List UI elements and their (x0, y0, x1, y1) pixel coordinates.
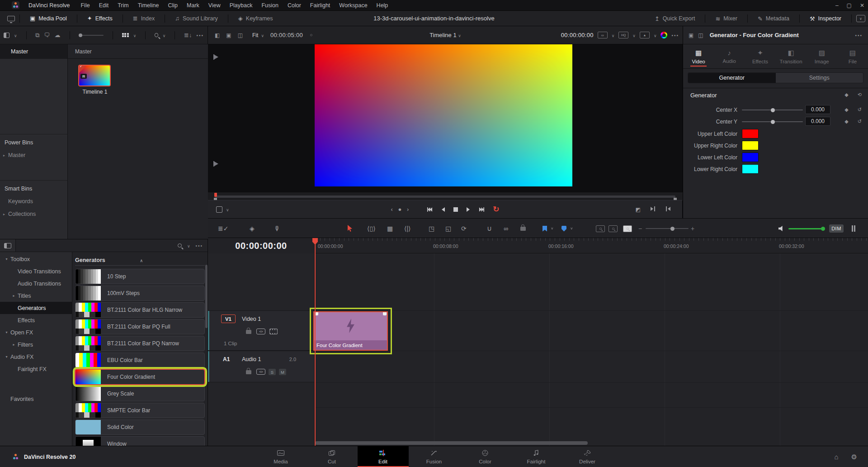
clip-handle-right[interactable] (383, 312, 387, 315)
project-home-icon[interactable]: ⌂ (834, 453, 838, 461)
inspector-tab-image[interactable]: ▨Image (807, 44, 837, 68)
timeline-end-flag-icon[interactable] (213, 161, 219, 167)
toggle-index[interactable]: ≣Index (127, 11, 160, 26)
menu-workspace[interactable]: Workspace (335, 2, 372, 9)
toggle-keyframes[interactable]: ◈Keyframes (233, 11, 278, 26)
fx-tree-video-transitions[interactable]: Video Transitions (0, 265, 72, 277)
detail-zoom-icon[interactable] (609, 219, 618, 238)
chevron-down-icon[interactable]: ▾ (3, 355, 10, 359)
menu-edit[interactable]: Edit (94, 2, 113, 9)
page-tab-media[interactable]: Media (255, 446, 307, 467)
loop-playback-icon[interactable]: ↻ (493, 205, 499, 214)
generator-four-color-gradient[interactable]: Four Color Gradient (75, 369, 205, 385)
audio-track-id[interactable]: A1 (223, 356, 230, 362)
keyframe-icon[interactable]: ◆ (844, 107, 848, 113)
fx-tree-effects[interactable]: Effects (0, 314, 72, 326)
cloud-sync-icon[interactable]: ☁ (55, 32, 61, 38)
generator-solid-color[interactable]: Solid Color (75, 419, 205, 435)
generator-bt-2111-color-bar-hlg-narrow[interactable]: BT.2111 Color Bar HLG Narrow (75, 302, 205, 318)
menu-view[interactable]: View (204, 2, 225, 9)
inspector-tab-audio[interactable]: ♪Audio (714, 44, 745, 68)
more-options-icon[interactable] (195, 243, 203, 249)
grade-bypass-select[interactable]: ▲ (640, 32, 650, 38)
inspector-tab-file[interactable]: ▤File (837, 44, 868, 68)
panel-layout-icon[interactable]: ◫ (698, 32, 703, 38)
single-viewer-icon[interactable] (7, 16, 15, 21)
grid-view-icon[interactable] (122, 33, 129, 38)
toggle-inspector[interactable]: ⚒Inspector (804, 11, 847, 26)
page-tab-cut[interactable]: Cut (307, 446, 358, 467)
solo-button[interactable]: S (269, 369, 276, 375)
timeline-scrollbar[interactable] (315, 441, 588, 445)
marker-icon[interactable] (561, 219, 566, 238)
menu-app-name[interactable]: DaVinci Resolve (24, 2, 76, 9)
play-button[interactable] (466, 207, 471, 212)
thumbnail-size-slider[interactable] (79, 35, 104, 36)
generator-smpte-color-bar[interactable]: SMPTE Color Bar (75, 403, 205, 418)
timeline-view-options-icon[interactable]: ≣✓ (218, 219, 228, 238)
generator-grey-scale[interactable]: Grey Scale (75, 386, 205, 401)
chevron-down-icon[interactable] (261, 32, 264, 38)
param-value-input[interactable]: 0.000 (805, 105, 830, 114)
generator-ebu-color-bar[interactable]: EBU Color Bar (75, 353, 205, 368)
snapping-magnet-icon[interactable]: ∪ (487, 219, 492, 238)
step-back-button[interactable] (441, 207, 445, 212)
chevron-right-icon[interactable]: ▸ (10, 343, 18, 347)
scrubber-playhead[interactable] (214, 193, 217, 197)
bin-item-master[interactable]: ▸Master (0, 152, 67, 158)
auto-select-icon[interactable]: <> (256, 329, 265, 334)
comment-icon[interactable]: 🗨 (44, 32, 50, 38)
color-swatch[interactable] (742, 141, 759, 150)
fx-tree-favorites[interactable]: Favorites (0, 393, 72, 405)
subtab-settings[interactable]: Settings (776, 73, 863, 83)
custom-zoom-icon[interactable] (623, 219, 632, 238)
more-options-icon[interactable] (855, 32, 863, 38)
auto-select-icon[interactable]: <> (256, 369, 265, 375)
effects-list-toggle-icon[interactable] (4, 243, 11, 248)
chevron-right-icon[interactable]: ▸ (0, 212, 8, 216)
menu-timeline[interactable]: Timeline (133, 2, 164, 9)
thumbnail-view-icon[interactable]: ▣ (689, 32, 693, 38)
position-lock-icon[interactable] (520, 219, 526, 238)
resolution-select[interactable]: ▭ (598, 32, 608, 38)
toggle-effects[interactable]: ✦Effects (82, 11, 118, 26)
effects-overlay-icon[interactable]: ◈ (250, 219, 255, 238)
menu-playback[interactable]: Playback (225, 2, 257, 9)
chevron-down-icon[interactable] (654, 32, 657, 38)
more-options-icon[interactable] (671, 32, 679, 38)
subtab-generator[interactable]: Generator (688, 73, 776, 83)
chevron-right-icon[interactable]: ▸ (0, 153, 8, 157)
chevron-down-icon[interactable] (133, 32, 137, 38)
chevron-down-icon[interactable]: ▾ (3, 257, 10, 261)
chevron-down-icon[interactable] (570, 219, 573, 238)
razor-edit-mode-icon[interactable]: ▦ (387, 219, 393, 238)
search-icon[interactable] (155, 33, 158, 37)
settings-gear-icon[interactable]: ⚙ (851, 453, 857, 461)
zoom-out-icon[interactable]: − (638, 219, 642, 238)
viewer-scrubber[interactable] (208, 192, 683, 200)
generators-category-header[interactable]: Generators (75, 255, 205, 266)
lock-icon[interactable] (246, 330, 251, 334)
playhead-line[interactable] (315, 238, 316, 446)
flag-icon[interactable] (542, 219, 547, 238)
bin-master-header[interactable]: Master (0, 44, 67, 59)
param-slider[interactable] (742, 121, 803, 122)
chevron-down-icon[interactable] (632, 32, 636, 38)
full-extent-zoom-icon[interactable] (596, 219, 605, 238)
chevron-down-icon[interactable] (163, 32, 166, 38)
bin-item-collections[interactable]: ▸Collections (0, 211, 67, 217)
overwrite-clip-icon[interactable]: ◱ (445, 219, 451, 238)
zoom-mode-select[interactable]: Fit (252, 32, 258, 38)
generator-window[interactable]: Window (75, 436, 205, 446)
scrubber-track[interactable] (215, 195, 675, 198)
fx-tree-titles[interactable]: ▸Titles (0, 290, 72, 302)
dim-audio-button[interactable]: DIM (829, 219, 844, 238)
fx-tree-open-fx[interactable]: ▾Open FX (0, 326, 72, 338)
replace-clip-icon[interactable]: ⟳ (461, 219, 467, 238)
toggle-metadata[interactable]: ✎Metadata (752, 11, 795, 26)
voiceover-mic-icon[interactable]: 🎙 (274, 219, 280, 238)
page-tab-deliver[interactable]: Deliver (562, 446, 613, 467)
goto-in-icon[interactable] (665, 206, 670, 213)
toggle-sound-library[interactable]: ♫Sound Library (170, 11, 223, 26)
proxy-quality-select[interactable]: HQ (618, 32, 628, 38)
